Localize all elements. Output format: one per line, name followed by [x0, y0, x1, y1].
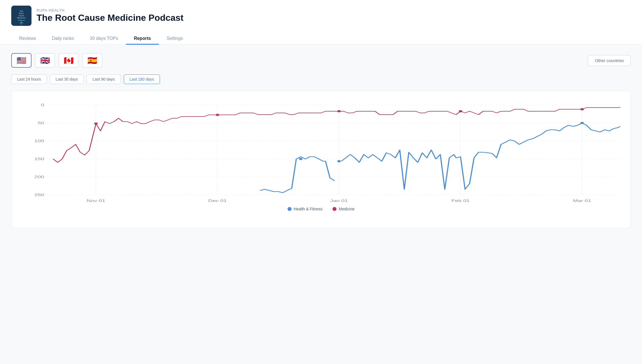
health-fitness-label: Health & Fitness [294, 207, 323, 211]
medicine-label: Medicine [339, 207, 354, 211]
svg-text:Root: Root [19, 12, 24, 14]
nav-30-days-tops[interactable]: 30 days TOPs [82, 33, 126, 45]
svg-text:Cause: Cause [18, 15, 24, 17]
health-fitness-line-2 [341, 123, 620, 189]
health-fitness-line [260, 157, 334, 193]
health-dot [337, 160, 341, 162]
health-fitness-dot [288, 207, 291, 211]
nav-reviews[interactable]: Reviews [11, 33, 44, 45]
country-selector-row: 🇺🇸 🇬🇧 🇨🇦 🇪🇸 Other countries [11, 53, 631, 68]
main-content: 🇺🇸 🇬🇧 🇨🇦 🇪🇸 Other countries Last 24 hour… [0, 45, 642, 237]
podcast-title: The Root Cause Medicine Podcast [37, 12, 184, 23]
nav-daily-ranks[interactable]: Daily ranks [44, 33, 82, 45]
svg-text:Jan 01: Jan 01 [330, 199, 348, 203]
rank-chart: .grid-line { stroke: #e8ecf4; stroke-wid… [17, 97, 625, 203]
brand-name: RUPA HEALTH [37, 8, 184, 12]
svg-text:0: 0 [41, 103, 44, 107]
health-dot [580, 122, 584, 124]
svg-text:Mar 01: Mar 01 [573, 199, 591, 203]
svg-text:150: 150 [34, 157, 44, 161]
time-24h[interactable]: Last 24 hours [11, 74, 47, 84]
time-180d[interactable]: Last 180 days [124, 74, 160, 84]
podcast-logo: The Root Cause Medicine Podcast [11, 6, 31, 26]
medicine-dot [216, 114, 219, 116]
svg-text:200: 200 [34, 175, 44, 179]
header: The Root Cause Medicine Podcast RUPA HEA… [0, 0, 642, 45]
medicine-dot [580, 108, 584, 110]
country-flags: 🇺🇸 🇬🇧 🇨🇦 🇪🇸 [11, 53, 102, 68]
svg-text:Dec 01: Dec 01 [208, 199, 227, 203]
time-30d[interactable]: Last 30 days [50, 74, 84, 84]
svg-text:Feb 01: Feb 01 [451, 199, 470, 203]
svg-text:50: 50 [38, 121, 44, 125]
flag-gb[interactable]: 🇬🇧 [35, 53, 55, 68]
svg-text:250: 250 [34, 193, 44, 197]
medicine-dot-legend [333, 207, 336, 211]
svg-text:100: 100 [34, 139, 44, 143]
nav-settings[interactable]: Settings [159, 33, 191, 45]
svg-text:Medicine: Medicine [17, 17, 26, 19]
flag-ca[interactable]: 🇨🇦 [58, 53, 79, 68]
other-countries-button[interactable]: Other countries [588, 55, 631, 66]
svg-text:Nov 01: Nov 01 [87, 199, 105, 203]
chart-container: .grid-line { stroke: #e8ecf4; stroke-wid… [11, 91, 631, 228]
medicine-dot [337, 110, 341, 112]
flag-us[interactable]: 🇺🇸 [11, 53, 31, 68]
legend-health-fitness: Health & Fitness [288, 207, 323, 211]
time-filter-row: Last 24 hours Last 30 days Last 90 days … [11, 74, 631, 84]
flag-es[interactable]: 🇪🇸 [82, 53, 102, 68]
svg-text:Podcast: Podcast [18, 19, 24, 21]
nav-reports[interactable]: Reports [126, 33, 159, 45]
main-nav: Reviews Daily ranks 30 days TOPs Reports… [11, 33, 631, 44]
chart-legend: Health & Fitness Medicine [17, 207, 625, 211]
health-dot [299, 158, 303, 160]
legend-medicine: Medicine [333, 207, 354, 211]
medicine-dot [94, 122, 98, 125]
svg-text:The: The [20, 10, 23, 12]
medicine-dot [459, 110, 462, 112]
time-90d[interactable]: Last 90 days [87, 74, 121, 84]
medicine-line [53, 108, 620, 162]
